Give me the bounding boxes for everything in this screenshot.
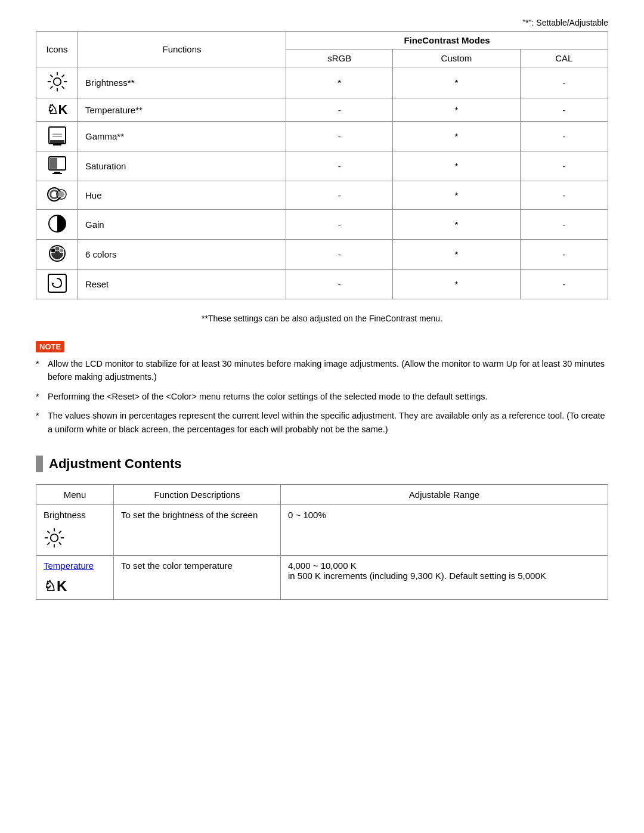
functions-table: Icons Functions FineContrast Modes sRGB … — [36, 31, 608, 299]
adj-temperature-label[interactable]: Temperature — [44, 561, 106, 571]
adj-brightness-icon-area — [44, 527, 106, 550]
finecontrast-header: FineContrast Modes — [286, 32, 608, 49]
adj-brightness-label: Brightness — [44, 510, 106, 520]
gamma-icon — [47, 125, 67, 145]
table-row: Saturation - * - — [36, 151, 608, 181]
adj-temperature-desc: To set the color temperature — [114, 556, 281, 600]
note-label: NOTE — [36, 341, 64, 352]
svg-point-34 — [51, 534, 58, 542]
svg-line-5 — [50, 75, 52, 77]
saturation-icon-cell — [36, 151, 78, 181]
svg-rect-13 — [53, 144, 61, 145]
brightness-custom: * — [393, 67, 520, 98]
table-row: Gain - * - — [36, 210, 608, 240]
col-custom-header: Custom — [393, 49, 520, 67]
section-bar-icon — [36, 456, 43, 472]
svg-line-42 — [47, 543, 49, 545]
gain-custom: * — [393, 210, 520, 240]
adj-temperature-menu: Temperature ♘K — [36, 556, 114, 600]
temperature-icon: ♘K — [47, 102, 68, 117]
svg-rect-32 — [48, 274, 66, 292]
svg-line-8 — [50, 86, 52, 89]
brightness-function: Brightness** — [78, 67, 286, 98]
sixcolors-custom: * — [393, 240, 520, 270]
reset-icon — [47, 273, 67, 293]
gain-cal: - — [520, 210, 608, 240]
sixcolors-function: 6 colors — [78, 240, 286, 270]
svg-line-41 — [59, 531, 61, 534]
temperature-function: Temperature** — [78, 98, 286, 122]
adj-temperature-icon: ♘K — [44, 578, 67, 594]
note-item-2: Performing the <Reset> of the <Color> me… — [36, 390, 608, 403]
sixcolors-icon — [47, 243, 67, 264]
adj-col-menu-header: Menu — [36, 485, 114, 505]
adj-table-row: Temperature ♘K To set the color temperat… — [36, 556, 608, 600]
svg-point-0 — [53, 78, 61, 86]
sixcolors-cal: - — [520, 240, 608, 270]
gamma-cal: - — [520, 122, 608, 151]
gain-srgb: - — [286, 210, 393, 240]
hue-cal: - — [520, 181, 608, 210]
adj-brightness-menu: Brightness — [36, 505, 114, 556]
adj-brightness-range: 0 ~ 100% — [281, 505, 608, 556]
saturation-cal: - — [520, 151, 608, 181]
reset-custom: * — [393, 270, 520, 299]
col-srgb-header: sRGB — [286, 49, 393, 67]
adjustment-contents-table: Menu Function Descriptions Adjustable Ra… — [36, 484, 608, 600]
gain-icon-cell — [36, 210, 78, 240]
note-list: Allow the LCD monitor to stabilize for a… — [36, 357, 608, 436]
table-row: Hue - * - — [36, 181, 608, 210]
table-row: ♘K Temperature** - * - — [36, 98, 608, 122]
col-cal-header: CAL — [520, 49, 608, 67]
svg-marker-33 — [51, 283, 54, 284]
table-row: Brightness** * * - — [36, 67, 608, 98]
brightness-srgb: * — [286, 67, 393, 98]
brightness-icon-cell — [36, 67, 78, 98]
svg-point-25 — [58, 191, 64, 197]
svg-rect-18 — [50, 158, 57, 169]
note-box: NOTE Allow the LCD monitor to stabilize … — [36, 341, 608, 436]
adj-table-row: Brightness To set the brightne — [36, 505, 608, 556]
brightness-cal: - — [520, 67, 608, 98]
reset-srgb: - — [286, 270, 393, 299]
gamma-function: Gamma** — [78, 122, 286, 151]
double-star-note: **These settings can be also adjusted on… — [36, 314, 608, 323]
adj-col-range-header: Adjustable Range — [281, 485, 608, 505]
adj-temperature-icon-area: ♘K — [44, 578, 106, 594]
svg-rect-11 — [50, 140, 64, 143]
sixcolors-srgb: - — [286, 240, 393, 270]
section-header: Adjustment Contents — [36, 456, 608, 472]
hue-srgb: - — [286, 181, 393, 210]
svg-point-31 — [59, 248, 64, 253]
note-item-1: Allow the LCD monitor to stabilize for a… — [36, 357, 608, 384]
svg-line-40 — [59, 543, 61, 545]
hue-icon — [46, 185, 69, 204]
table-row: Gamma** - * - — [36, 122, 608, 151]
adj-brightness-icon — [44, 527, 65, 549]
adj-col-desc-header: Function Descriptions — [114, 485, 281, 505]
hue-function: Hue — [78, 181, 286, 210]
temperature-icon-cell: ♘K — [36, 98, 78, 122]
gain-icon — [47, 213, 67, 234]
note-item-3: The values shown in percentages represen… — [36, 409, 608, 436]
adj-brightness-desc: To set the brightness of the screen — [114, 505, 281, 556]
svg-line-6 — [61, 86, 64, 89]
reset-icon-cell — [36, 270, 78, 299]
gamma-icon-cell — [36, 122, 78, 151]
saturation-srgb: - — [286, 151, 393, 181]
hue-icon-cell — [36, 181, 78, 210]
temperature-srgb: - — [286, 98, 393, 122]
svg-line-7 — [61, 75, 64, 77]
col-icons-header: Icons — [36, 32, 78, 67]
adj-temperature-range: 4,000 ~ 10,000 K in 500 K increments (in… — [281, 556, 608, 600]
table-row: 6 colors - * - — [36, 240, 608, 270]
svg-line-39 — [47, 531, 49, 534]
gamma-srgb: - — [286, 122, 393, 151]
gain-function: Gain — [78, 210, 286, 240]
settable-note: "*": Settable/Adjustable — [36, 18, 608, 27]
reset-function: Reset — [78, 270, 286, 299]
gamma-custom: * — [393, 122, 520, 151]
col-functions-header: Functions — [78, 32, 286, 67]
svg-rect-20 — [52, 173, 62, 174]
temperature-custom: * — [393, 98, 520, 122]
